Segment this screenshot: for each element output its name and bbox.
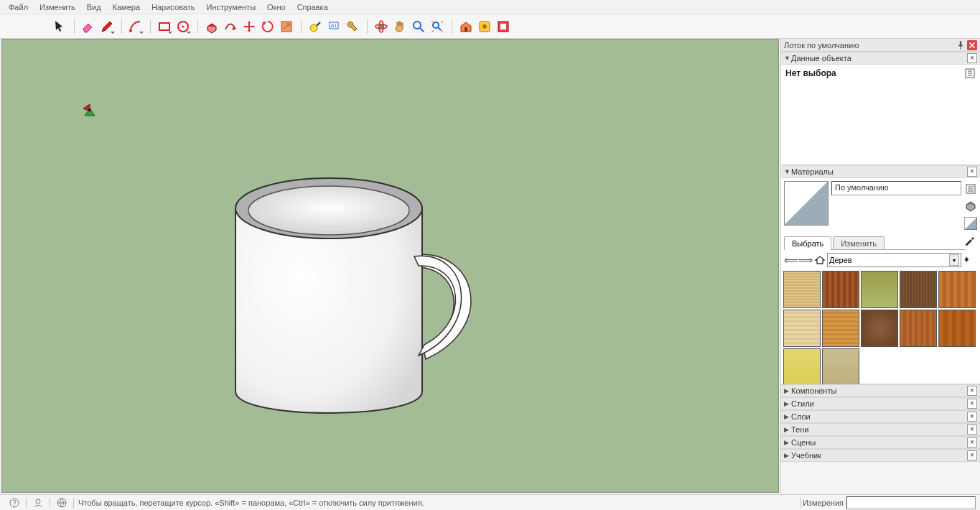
- materials-tab-edit[interactable]: Изменить: [833, 236, 885, 250]
- panel-materials-body: По умолчанию Выбрать Изменить ⟸ ⟹ Дерев …: [781, 178, 980, 384]
- tray-pin-icon[interactable]: [956, 40, 966, 50]
- paint-tool[interactable]: [344, 18, 361, 35]
- extensions-tool[interactable]: [476, 18, 493, 35]
- menu-Окно[interactable]: Окно: [261, 1, 291, 13]
- panel-close-icon[interactable]: ×: [967, 412, 977, 422]
- svg-text:A1: A1: [331, 23, 337, 28]
- move-tool[interactable]: [241, 18, 258, 35]
- svg-rect-17: [500, 24, 506, 29]
- panel-close-icon[interactable]: ×: [967, 386, 977, 396]
- materials-tab-select[interactable]: Выбрать: [784, 236, 831, 250]
- svg-point-15: [482, 24, 487, 29]
- svg-rect-13: [465, 27, 467, 32]
- pencil-tool[interactable]: [98, 18, 116, 35]
- menu-Файл[interactable]: Файл: [3, 1, 34, 13]
- material-create-icon[interactable]: [964, 200, 977, 213]
- material-thumb-7[interactable]: [822, 310, 859, 347]
- material-thumb-2[interactable]: [822, 271, 859, 308]
- materials-library-combo[interactable]: Дерев ▾: [827, 253, 961, 267]
- panel-close-icon[interactable]: ×: [967, 399, 977, 409]
- panel-close-icon[interactable]: ×: [967, 450, 977, 460]
- svg-point-11: [414, 22, 421, 29]
- tray-title-label: Лоток по умолчанию: [784, 41, 859, 50]
- eraser-tool[interactable]: [80, 18, 97, 35]
- material-thumb-1[interactable]: [783, 271, 821, 308]
- circle-tool[interactable]: [174, 18, 192, 35]
- material-display-toggle-icon[interactable]: [964, 182, 977, 195]
- material-default-icon[interactable]: [964, 217, 977, 230]
- materials-forward-icon[interactable]: ⟹: [798, 253, 813, 267]
- panel-Слои-header[interactable]: ▶Слои×: [781, 410, 980, 423]
- panel-close-icon[interactable]: ×: [967, 53, 977, 63]
- panel-entity-info-header[interactable]: ▼ Данные объекта ×: [781, 52, 980, 65]
- material-thumb-4[interactable]: [900, 271, 937, 308]
- svg-text:?: ?: [12, 499, 17, 507]
- menu-Камера[interactable]: Камера: [107, 1, 146, 13]
- viewport[interactable]: [1, 39, 779, 493]
- combo-arrow-icon[interactable]: ▾: [949, 254, 959, 266]
- material-thumb-9[interactable]: [900, 310, 937, 347]
- material-thumb-8[interactable]: [861, 310, 898, 347]
- panel-Тени-header[interactable]: ▶Тени×: [781, 423, 980, 436]
- panel-close-icon[interactable]: ×: [967, 425, 977, 435]
- menu-Нарисовать[interactable]: Нарисовать: [146, 1, 200, 13]
- collapse-icon: ▼: [784, 55, 791, 62]
- measurements-field[interactable]: [846, 496, 976, 509]
- entity-no-selection-label: Нет выбора: [785, 68, 836, 78]
- materials-details-icon[interactable]: ♦: [964, 254, 977, 266]
- tape-tool[interactable]: [307, 18, 324, 35]
- panel-close-icon[interactable]: ×: [967, 437, 977, 448]
- panel-materials-header[interactable]: ▼ Материалы ×: [781, 165, 980, 178]
- panel-Учебник-header[interactable]: ▶Учебник×: [781, 449, 980, 462]
- orbit-tool[interactable]: [373, 18, 390, 35]
- panel-Компоненты-header[interactable]: ▶Компоненты×: [781, 384, 980, 397]
- rectangle-tool[interactable]: [156, 18, 173, 35]
- pan-tool[interactable]: [391, 18, 409, 35]
- svg-point-20: [248, 186, 409, 235]
- material-name-field[interactable]: По умолчанию: [831, 181, 961, 195]
- material-current-swatch[interactable]: [784, 181, 829, 226]
- entity-toggle-icon[interactable]: [964, 68, 976, 79]
- status-geo-icon[interactable]: [56, 497, 67, 509]
- status-user-icon[interactable]: [32, 497, 44, 509]
- svg-rect-1: [159, 23, 169, 30]
- material-thumb-5[interactable]: [938, 271, 976, 308]
- axis-gizmo: [81, 101, 98, 120]
- pushpull-tool[interactable]: [203, 18, 220, 35]
- status-bar: ? Чтобы вращать, перетащите курсор. «Shi…: [0, 494, 980, 510]
- status-hint-text: Чтобы вращать, перетащите курсор. «Shift…: [78, 499, 424, 507]
- materials-back-icon[interactable]: ⟸: [784, 253, 798, 267]
- zoom-extents-tool[interactable]: [429, 18, 446, 35]
- panel-Стили-header[interactable]: ▶Стили×: [781, 397, 980, 410]
- layout-tool[interactable]: [495, 18, 512, 35]
- eyedropper-icon[interactable]: [964, 236, 977, 249]
- zoom-tool[interactable]: [410, 18, 427, 35]
- menu-Вид[interactable]: Вид: [81, 1, 107, 13]
- material-thumb-10[interactable]: [938, 310, 976, 347]
- select-tool[interactable]: [51, 18, 68, 35]
- materials-thumbnail-grid: [781, 269, 980, 384]
- collapse-icon: ▼: [784, 168, 791, 175]
- material-thumb-3[interactable]: [861, 271, 898, 308]
- mug-model: [210, 140, 519, 442]
- material-thumb-12[interactable]: [822, 348, 859, 386]
- menu-Изменить[interactable]: Изменить: [34, 1, 81, 13]
- toolbar: A1: [0, 14, 980, 39]
- panel-Сцены-header[interactable]: ▶Сцены×: [781, 436, 980, 449]
- arc-tool[interactable]: [127, 18, 144, 35]
- svg-point-0: [129, 29, 132, 32]
- rotate-tool[interactable]: [259, 18, 276, 35]
- material-thumb-11[interactable]: [783, 348, 821, 386]
- text-tool[interactable]: A1: [325, 18, 342, 35]
- status-info-icon[interactable]: ?: [9, 497, 20, 509]
- warehouse-tool[interactable]: [457, 18, 475, 35]
- menu-Справка[interactable]: Справка: [291, 1, 334, 13]
- materials-home-icon[interactable]: [813, 253, 827, 267]
- panel-close-icon[interactable]: ×: [967, 167, 977, 177]
- followme-tool[interactable]: [222, 18, 239, 35]
- material-thumb-6[interactable]: [783, 310, 821, 347]
- tray-close-icon[interactable]: [967, 40, 977, 50]
- scale-tool[interactable]: [278, 18, 295, 35]
- panel-entity-info-body: Нет выбора: [781, 65, 980, 165]
- menu-Инструменты[interactable]: Инструменты: [200, 1, 261, 13]
